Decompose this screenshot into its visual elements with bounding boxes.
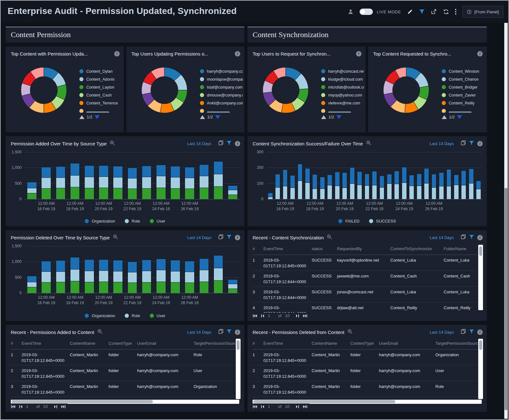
info-icon[interactable]: i <box>356 51 361 57</box>
legend-item[interactable]: lstaf@company.com <box>200 83 243 91</box>
bar[interactable] <box>56 260 66 293</box>
donut-chart[interactable] <box>20 66 68 114</box>
bar[interactable] <box>268 193 273 199</box>
bar[interactable] <box>41 261 51 293</box>
bar[interactable] <box>142 166 152 199</box>
scrollbar-thumb[interactable] <box>479 340 482 350</box>
bar[interactable] <box>305 168 310 199</box>
refresh-icon[interactable] <box>443 9 449 15</box>
donut-chart[interactable] <box>140 66 188 114</box>
first-page-button[interactable] <box>11 405 16 409</box>
filter-icon[interactable] <box>469 235 474 241</box>
time-range-link[interactable]: Last 14 Days <box>430 330 454 335</box>
bar[interactable] <box>84 165 94 199</box>
copy-icon[interactable] <box>461 329 466 335</box>
legend-item[interactable]: SUCCESS <box>369 219 396 223</box>
time-range-link[interactable]: Last 14 Days <box>187 141 211 146</box>
vertical-scrollbar[interactable] <box>236 339 241 399</box>
info-icon[interactable]: i <box>477 51 483 57</box>
bar[interactable] <box>283 170 288 199</box>
legend-item[interactable]: Content_Layton <box>79 83 122 91</box>
bar[interactable] <box>156 259 166 293</box>
page-up-icon[interactable] <box>442 115 447 119</box>
zoom-in-icon[interactable] <box>97 329 102 335</box>
bar[interactable] <box>439 172 444 199</box>
bar[interactable] <box>185 167 195 199</box>
scrollbar-thumb[interactable] <box>253 400 395 403</box>
bar[interactable] <box>357 171 362 199</box>
more-menu-icon[interactable] <box>455 9 456 15</box>
filter-icon[interactable] <box>419 9 425 15</box>
table-row[interactable]: 12019-03-01T17:19:12.645+0000SUCCESSkayv… <box>253 255 478 271</box>
legend-item[interactable]: harryh@company.com <box>200 67 243 75</box>
info-icon[interactable]: i <box>235 235 240 240</box>
previous-page-button[interactable] <box>261 314 264 318</box>
table-row[interactable]: 22019-03-01T17:19:12.645+0000Content_Mar… <box>253 365 478 381</box>
page-down-icon[interactable] <box>336 115 341 119</box>
bar[interactable] <box>142 260 152 293</box>
table-row[interactable]: 32019-03-01T17:19:12.644+0000SUCCESSjona… <box>253 287 478 303</box>
user-icon[interactable] <box>348 9 354 15</box>
bar[interactable] <box>372 171 377 199</box>
scrollbar-thumb[interactable] <box>505 188 507 410</box>
table-row[interactable]: 12019-03-01T17:19:12.645+0000Content_Mar… <box>253 350 478 365</box>
bar[interactable] <box>228 185 238 199</box>
bar[interactable] <box>417 174 422 199</box>
time-range-link[interactable]: Last 14 Days <box>430 235 454 240</box>
time-range-link[interactable]: Last 14 Days <box>187 330 211 335</box>
table-row[interactable]: 22019-03-01T17:19:12.645+0000Content_Mar… <box>11 365 235 381</box>
bar[interactable] <box>342 172 347 199</box>
bar[interactable] <box>424 168 429 199</box>
info-icon[interactable]: i <box>477 235 483 240</box>
bar[interactable] <box>41 167 51 199</box>
table-row[interactable]: 32019-03-01T17:19:12.645+0000Content_Mar… <box>253 381 478 397</box>
bar[interactable] <box>409 175 414 199</box>
bar[interactable] <box>365 174 370 199</box>
legend-item[interactable]: User <box>150 313 165 318</box>
legend-item[interactable]: kludge@icloud.com <box>321 75 364 83</box>
bar[interactable] <box>476 181 481 199</box>
bar[interactable] <box>156 165 166 199</box>
page-scrollbar[interactable] <box>504 23 508 419</box>
filter-icon[interactable] <box>227 141 232 147</box>
info-icon[interactable]: i <box>235 330 240 335</box>
previous-page-button[interactable] <box>261 405 264 409</box>
table-row[interactable]: 32019-03-01T17:19:12.645+0000Content_Mar… <box>11 381 235 397</box>
filter-icon[interactable] <box>469 329 474 335</box>
copy-icon[interactable] <box>218 140 223 147</box>
bar[interactable] <box>402 167 407 199</box>
legend-item[interactable]: harryh@comcast.net <box>321 67 364 75</box>
share-icon[interactable] <box>431 9 437 15</box>
bar[interactable] <box>380 176 385 199</box>
bar[interactable] <box>454 175 459 199</box>
bar[interactable] <box>228 279 238 293</box>
page-up-icon[interactable] <box>321 115 326 119</box>
last-page-button[interactable] <box>303 405 307 409</box>
previous-page-button[interactable] <box>19 405 23 409</box>
bar[interactable] <box>170 260 180 293</box>
bar[interactable] <box>70 163 80 199</box>
legend-item[interactable]: Organization <box>85 219 115 223</box>
legend-item[interactable]: Content_Adonis <box>79 75 122 83</box>
legend-item[interactable]: moonlapse@company.com <box>200 75 243 83</box>
info-icon[interactable]: i <box>114 51 120 57</box>
bar[interactable] <box>56 166 66 199</box>
bar[interactable] <box>27 182 37 199</box>
vertical-scrollbar[interactable] <box>478 245 483 310</box>
bar[interactable] <box>214 161 223 199</box>
bar[interactable] <box>335 172 340 199</box>
bar[interactable] <box>84 259 94 293</box>
bar[interactable] <box>27 276 37 293</box>
page-up-icon[interactable] <box>79 115 84 119</box>
zoom-in-icon[interactable] <box>110 140 115 147</box>
legend-item[interactable]: Ankit@company.com <box>200 99 243 107</box>
legend-item[interactable]: Content_Bridger <box>442 83 485 91</box>
bar[interactable] <box>70 257 80 293</box>
table-row[interactable]: 22019-03-01T17:19:12.644+0000SUCCESSjaxw… <box>253 271 478 287</box>
last-page-button[interactable] <box>303 314 307 318</box>
bar[interactable] <box>394 171 399 199</box>
info-icon[interactable]: i <box>477 330 483 335</box>
info-icon[interactable]: i <box>235 51 240 57</box>
first-page-button[interactable] <box>253 314 257 318</box>
legend-item[interactable]: dmouse@company.com <box>200 91 243 99</box>
